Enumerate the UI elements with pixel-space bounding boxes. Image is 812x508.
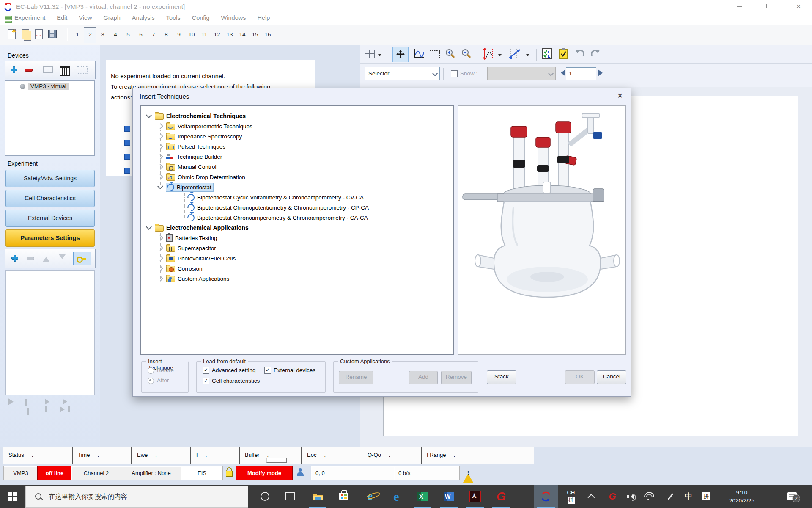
copy-experiment-icon[interactable] <box>20 28 31 41</box>
file-explorer-button[interactable] <box>305 485 330 508</box>
tree-item-voltamperometric[interactable]: Voltamperometric Techniques <box>141 122 471 130</box>
move-down-icon[interactable] <box>59 254 66 262</box>
parameters-settings-button[interactable]: Parameters Settings <box>5 229 95 247</box>
process-data-icon[interactable]: EE <box>542 48 553 61</box>
channel-9[interactable]: 9 <box>173 27 185 42</box>
undo-icon[interactable] <box>574 48 586 61</box>
rescale-dropdown-icon[interactable] <box>498 54 502 58</box>
tree-item-custom-applications[interactable]: Custom Applications <box>141 274 471 283</box>
channel-10[interactable]: 10 <box>185 27 198 42</box>
menu-tools[interactable]: Tools <box>166 14 181 21</box>
menu-view[interactable]: View <box>79 14 92 21</box>
tree-item-cv-ca[interactable]: Bipotentiostat Cyclic Voltammetry & Chro… <box>141 193 500 202</box>
fit-report-icon[interactable] <box>558 48 569 61</box>
refresh-devices-icon[interactable] <box>77 66 88 74</box>
chevron-right-icon[interactable] <box>157 235 163 241</box>
minimize-button[interactable] <box>733 3 746 10</box>
tray-ime-pinyin[interactable]: 拼 <box>698 485 715 508</box>
task-view-button[interactable] <box>278 485 302 508</box>
slope-dropdown-icon[interactable] <box>526 54 529 58</box>
menu-analysis[interactable]: Analysis <box>132 14 155 21</box>
selector-dropdown[interactable]: Selector... <box>365 67 440 80</box>
tree-item-technique-builder[interactable]: Technique Builder <box>141 152 471 161</box>
advanced-setting-checkbox[interactable]: ✓ <box>203 367 209 374</box>
rescale-icon[interactable] <box>482 48 495 61</box>
tree-item-corrosion[interactable]: Corrosion <box>141 264 471 273</box>
taskbar-search[interactable]: 在这里输入你要搜索的内容 <box>25 486 248 508</box>
chevron-right-icon[interactable] <box>157 144 163 149</box>
tree-item-batteries-testing[interactable]: Batteries Testing <box>141 234 471 242</box>
channel-2-active[interactable]: 2 <box>84 27 96 43</box>
red-g-app-button[interactable]: G <box>489 485 513 508</box>
tree-item-electrochemical-techniques[interactable]: Electrochemical Techniques <box>141 112 459 120</box>
tree-item-ohmic-drop[interactable]: iR Ohmic Drop Determination <box>141 173 471 181</box>
channel-13[interactable]: 13 <box>223 27 236 42</box>
slope-tool-icon[interactable] <box>508 48 522 61</box>
acrobat-button[interactable]: ⅄ <box>463 485 487 508</box>
maximize-button[interactable] <box>763 3 775 10</box>
external-devices-button[interactable]: External Devices <box>5 210 95 227</box>
tray-network[interactable] <box>642 485 660 508</box>
channel-4[interactable]: 4 <box>109 27 122 42</box>
menu-help[interactable]: Help <box>257 14 270 21</box>
tree-item-ca-ca[interactable]: Bipotentiostat Chronoamperometry & Chron… <box>141 213 500 222</box>
chevron-right-icon[interactable] <box>157 133 163 139</box>
tray-ime-mode[interactable]: 中 <box>680 485 697 508</box>
menu-config[interactable]: Config <box>192 14 210 21</box>
tree-item-cp-ca[interactable]: Bipotentiostat Chronopotentiometry & Chr… <box>141 203 500 212</box>
new-experiment-icon[interactable]: ✱ <box>7 28 18 41</box>
tree-item-supercapacitor[interactable]: Supercapacitor <box>141 244 471 252</box>
channel-12[interactable]: 12 <box>211 27 223 42</box>
pan-tool-button[interactable] <box>392 47 409 62</box>
dialog-close-icon[interactable]: ✕ <box>614 91 626 101</box>
zoom-out-icon[interactable] <box>461 48 472 61</box>
close-button[interactable]: × <box>792 3 805 10</box>
axis-scale-icon[interactable] <box>413 48 425 61</box>
cortana-button[interactable] <box>253 485 277 508</box>
unlock-key-button[interactable] <box>73 252 91 265</box>
page-number-input[interactable]: 1 <box>566 67 596 80</box>
edge-button[interactable]: e <box>384 485 409 508</box>
excel-button[interactable]: X <box>410 485 435 508</box>
redo-icon[interactable] <box>590 48 601 61</box>
external-devices-checkbox[interactable]: ✓ <box>264 367 271 374</box>
stack-button[interactable]: Stack <box>487 370 516 384</box>
chevron-right-icon[interactable] <box>157 164 163 170</box>
pause-icon[interactable] <box>25 399 29 417</box>
chevron-down-icon[interactable] <box>146 224 152 230</box>
channel-6[interactable]: 6 <box>134 27 147 42</box>
chevron-right-icon[interactable] <box>157 123 163 129</box>
menu-edit[interactable]: Edit <box>57 14 67 21</box>
tree-item-pulsed[interactable]: Pulsed Techniques <box>141 142 471 151</box>
show-checkbox[interactable] <box>451 70 458 77</box>
play-icon[interactable] <box>8 398 17 406</box>
cell-characteristics-checkbox[interactable]: ✓ <box>203 378 209 384</box>
layout-dropdown-icon[interactable] <box>378 54 381 58</box>
tray-language[interactable]: CH 拼 <box>562 485 580 508</box>
cancel-button[interactable]: Cancel <box>597 370 626 384</box>
chevron-right-icon[interactable] <box>157 174 163 180</box>
layout-grid-icon[interactable] <box>365 50 375 58</box>
zoom-in-icon[interactable] <box>445 48 456 61</box>
menu-experiment[interactable]: Experiment <box>14 14 45 21</box>
remove-device-icon[interactable] <box>25 69 33 72</box>
page-next-icon[interactable] <box>598 69 606 76</box>
move-up-icon[interactable] <box>43 254 49 262</box>
channel-5[interactable]: 5 <box>122 27 134 42</box>
channel-7[interactable]: 7 <box>147 27 160 42</box>
tray-hidden-icons[interactable] <box>584 485 601 508</box>
store-button[interactable] <box>332 485 356 508</box>
tree-item-electrochemical-applications[interactable]: Electrochemical Applications <box>141 224 459 232</box>
start-button[interactable] <box>0 485 25 508</box>
chevron-down-icon[interactable] <box>157 183 163 189</box>
internet-explorer-button[interactable]: e <box>358 485 382 508</box>
tree-item-impedance[interactable]: Impedance Spectroscopy <box>141 132 471 141</box>
ec-lab-taskbar-button[interactable] <box>534 485 558 508</box>
page-prev-icon[interactable] <box>557 69 565 76</box>
channel-3[interactable]: 3 <box>96 27 109 42</box>
zoom-select-icon[interactable] <box>430 50 440 58</box>
safety-adv-settings-button[interactable]: Safety/Adv. Settings <box>5 170 95 187</box>
remove-parameter-icon[interactable] <box>27 257 34 260</box>
tray-volume[interactable] <box>623 485 640 508</box>
chevron-right-icon[interactable] <box>157 276 163 282</box>
